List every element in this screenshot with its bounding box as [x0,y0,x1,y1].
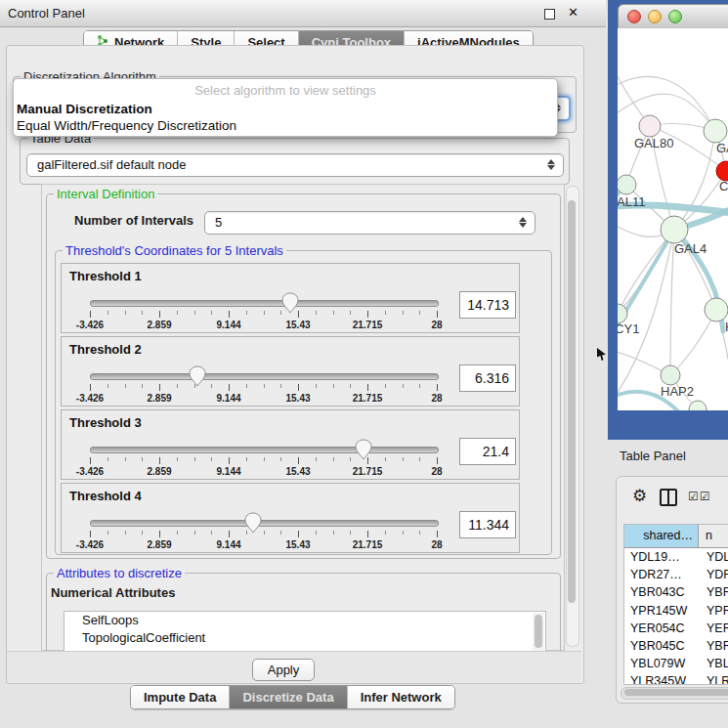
minor-tick [246,457,247,461]
threshold-value-field[interactable]: 6.316 [459,364,516,392]
scrollbar-thumb[interactable] [624,689,728,696]
cell-name: YBR0 [699,583,728,601]
threshold-label: Threshold 3 [69,415,142,430]
vertical-scrollbar[interactable] [566,186,579,647]
tick-label: 21.715 [353,393,383,404]
table-row[interactable]: YDR27…YDR2 [624,566,728,583]
apply-button[interactable]: Apply [252,659,315,681]
column-layout-icon[interactable] [660,489,677,506]
table-row[interactable]: YBR045CYBR0 [624,637,728,655]
network-node[interactable] [661,216,688,243]
slider-thumb[interactable] [244,512,262,536]
threshold-value-field[interactable]: 14.713 [459,291,516,319]
horizontal-scrollbar[interactable] [621,687,728,700]
minor-tick [350,311,351,315]
attribute-item[interactable]: TopologicalCoefficient [64,629,545,647]
zoom-traffic-light-icon[interactable] [668,10,682,23]
tick-label: 2.859 [147,393,171,404]
threshold-slider[interactable]: -3.4262.8599.14415.4321.71528 [90,446,437,477]
threshold-slider[interactable]: -3.4262.8599.14415.4321.71528 [90,372,437,404]
tab-discretize-data[interactable]: Discretize Data [230,686,347,708]
major-tick [90,531,91,537]
minor-tick [264,531,265,535]
slider-track[interactable] [90,447,439,453]
minor-tick [419,531,420,535]
attributes-group: Attributes to discretize Numerical Attri… [46,573,561,657]
cell-shared-name: YBR043C [624,583,699,601]
tick-label: 15.43 [285,466,310,477]
tab-label: Discretize Data [242,690,333,705]
tab-infer-network[interactable]: Infer Network [348,686,454,708]
minimize-traffic-light-icon[interactable] [648,10,662,23]
algorithm-option[interactable]: Equal Width/Frequency Discretization [14,117,557,134]
tick-label: 28 [431,393,442,404]
network-node[interactable] [704,119,727,143]
threshold-value-field[interactable]: 21.4 [459,438,516,465]
scrollbar-thumb[interactable] [535,615,542,648]
network-node[interactable] [618,304,627,323]
tab-label: Infer Network [361,690,442,705]
minor-tick [246,311,247,315]
minor-tick [107,531,108,535]
attribute-item[interactable]: SelfLoops [64,612,545,629]
minor-tick [264,384,265,388]
table-data-combo[interactable]: galFiltered.sif default node [26,153,564,177]
threshold-value-field[interactable]: 11.344 [459,511,516,538]
slider-thumb[interactable] [281,292,299,317]
network-graph: GAL80GACGAL11GAL4GCY1HHAP2 [618,28,728,410]
interval-definition-group: Interval Definition Number of Intervals … [46,193,561,559]
column-header-shared[interactable]: shared… [624,525,699,547]
slider-track[interactable] [90,300,439,307]
slider-track[interactable] [90,520,439,527]
network-node[interactable] [618,175,636,194]
slider-thumb[interactable] [355,439,372,463]
network-node[interactable] [661,365,680,385]
minor-tick [194,531,195,535]
network-canvas[interactable]: GAL80GACGAL11GAL4GCY1HHAP2 [618,28,728,410]
minor-tick [194,311,195,315]
tick-label: 28 [431,320,442,330]
cell-name: YBR0 [699,637,728,655]
major-tick [90,384,91,391]
minor-tick [125,311,126,315]
float-window-icon[interactable] [544,9,555,20]
threshold-slider[interactable]: -3.4262.8599.14415.4321.71528 [90,519,437,550]
node-label: GA [716,141,728,155]
tick-label: -3.426 [76,393,104,404]
major-tick [90,457,91,464]
close-icon[interactable]: ✕ [568,5,578,20]
threshold-slider[interactable]: -3.4262.8599.14415.4321.71528 [90,299,437,330]
slider-track[interactable] [90,373,439,380]
close-traffic-light-icon[interactable] [627,10,641,23]
tick-label: 9.144 [216,466,240,477]
algorithm-option[interactable]: Manual Discretization [14,101,557,117]
gear-icon[interactable]: ⚙ [632,486,647,506]
control-panel-title: Control Panel [8,6,85,21]
minor-tick [125,457,126,461]
tab-impute-data[interactable]: Impute Data [131,686,230,708]
checkboxes-icon[interactable]: ☑☑ [688,490,711,503]
table-row[interactable]: YDL19…YDL1 [624,548,728,566]
algorithm-options: Manual DiscretizationEqual Width/Frequen… [14,101,557,134]
scrollbar-thumb[interactable] [568,200,576,603]
minor-tick [280,531,281,535]
network-node[interactable] [716,161,728,181]
table-row[interactable]: YBL079WYBL0 [624,655,728,672]
network-node[interactable] [705,298,728,321]
network-node[interactable] [639,115,661,137]
table-row[interactable]: YER054CYER0 [624,620,728,637]
table-row[interactable]: YBR043CYBR0 [624,583,728,601]
threshold-panel: Threshold 4-3.4262.8599.14415.4321.71528… [61,483,520,553]
major-tick [367,311,368,318]
cell-shared-name: YER054C [624,620,699,637]
tick-label: 28 [431,539,442,550]
table-row[interactable]: YPR145WYPR1 [624,602,728,620]
table-rows: YDL19…YDL1YDR27…YDR2YBR043CYBR0YPR145WYP… [624,548,728,685]
node-table[interactable]: shared… n YDL19…YDL1YDR27…YDR2YBR043CYBR… [623,524,728,685]
column-header-name[interactable]: n [699,525,728,547]
table-row[interactable]: YLR345WYLR3 [624,672,728,685]
slider-thumb[interactable] [189,365,206,390]
number-of-intervals-combo[interactable]: 5 [204,211,535,235]
minor-tick [403,311,404,315]
minor-tick [403,384,404,388]
